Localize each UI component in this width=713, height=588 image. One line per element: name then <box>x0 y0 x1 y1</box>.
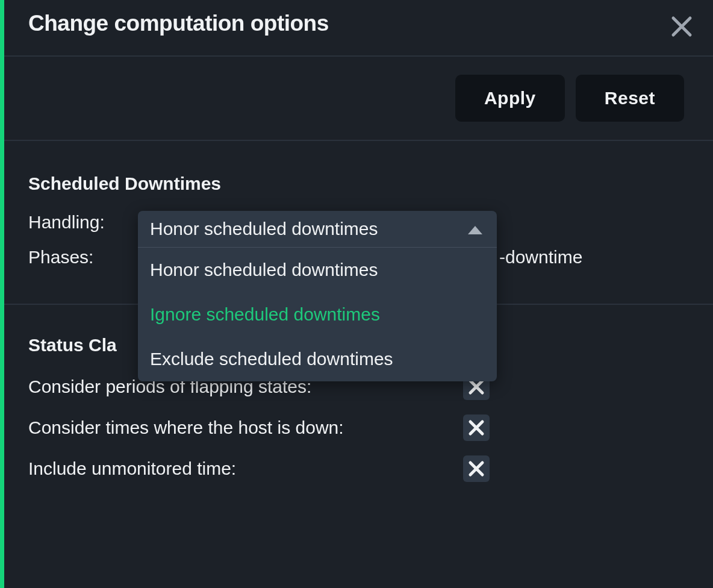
checkbox-host-down[interactable] <box>463 414 490 441</box>
phases-label: Phases: <box>28 247 138 267</box>
dropdown-option-honor[interactable]: Honor scheduled downtimes <box>138 248 497 292</box>
close-icon <box>468 460 485 477</box>
close-icon <box>668 13 695 40</box>
chevron-up-icon <box>468 226 482 234</box>
dropdown-option-exclude[interactable]: Exclude scheduled downtimes <box>138 337 497 381</box>
status-label-unmonitored: Include unmonitored time: <box>28 458 463 479</box>
status-row-unmonitored: Include unmonitored time: <box>28 455 689 482</box>
modal-header: Change computation options <box>4 0 713 57</box>
dropdown-selected[interactable]: Honor scheduled downtimes <box>138 211 497 248</box>
handling-dropdown[interactable]: Honor scheduled downtimes Honor schedule… <box>138 211 497 381</box>
status-label-host-down: Consider times where the host is down: <box>28 418 463 438</box>
close-button[interactable] <box>668 11 695 42</box>
dropdown-selected-label: Honor scheduled downtimes <box>150 219 378 239</box>
modal-title: Change computation options <box>28 11 329 36</box>
close-icon <box>468 419 485 436</box>
apply-button[interactable]: Apply <box>455 75 565 122</box>
status-row-host-down: Consider times where the host is down: <box>28 414 689 441</box>
reset-button[interactable]: Reset <box>576 75 684 122</box>
section-title-downtimes: Scheduled Downtimes <box>28 174 689 194</box>
handling-row: Handling: Honor scheduled downtimes Hono… <box>28 212 689 233</box>
computation-options-modal: Change computation options Apply Reset S… <box>4 0 713 588</box>
handling-label: Handling: <box>28 212 138 233</box>
phases-value-suffix: -downtime <box>499 247 582 267</box>
dropdown-option-ignore[interactable]: Ignore scheduled downtimes <box>138 292 497 337</box>
checkbox-unmonitored[interactable] <box>463 455 490 482</box>
scheduled-downtimes-section: Scheduled Downtimes Handling: Honor sche… <box>4 141 713 267</box>
modal-actions: Apply Reset <box>4 57 713 141</box>
